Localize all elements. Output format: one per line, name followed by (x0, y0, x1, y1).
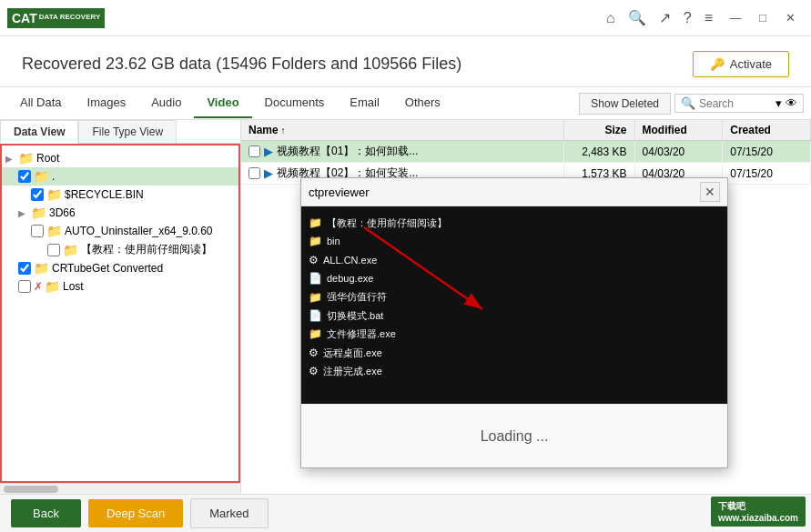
preview-file-row-7: ⚙ 远程桌面.exe (309, 344, 447, 362)
tab-images[interactable]: Images (75, 88, 139, 118)
window-controls: — □ ✕ (722, 5, 804, 32)
preview-filename-8: 注册完成.exe (323, 363, 382, 380)
search-area: 🔍 ▾ 👁 (674, 94, 804, 113)
folder-icon-dot: 📁 (34, 169, 49, 184)
tab-data-view[interactable]: Data View (0, 120, 78, 144)
tree-label-root: Root (36, 152, 59, 165)
modal-titlebar: ctpreviewer ✕ (301, 178, 727, 206)
tree-item-recycle[interactable]: 📁 $RECYCLE.BIN (2, 186, 238, 204)
key-icon: 🔑 (710, 57, 725, 71)
scrollbar-thumb (4, 486, 58, 493)
file-icon-2: ▶ (264, 166, 273, 180)
activate-button[interactable]: 🔑 Activate (693, 51, 789, 77)
arrow-up-right-icon[interactable]: ↗ (659, 9, 671, 26)
close-button[interactable]: ✕ (776, 5, 804, 32)
tree-item-auto-uninstaller[interactable]: 📁 AUTO_Uninstaller_x64_9.0.60 (2, 222, 238, 240)
table-row[interactable]: ▶ 视频教程【01】：如何卸载... 2,483 KB 04/03/20 07/… (241, 141, 811, 163)
tree-arrow-root: ▶ (5, 154, 18, 164)
checkbox-tutorial[interactable] (47, 244, 60, 256)
tree-label-auto: AUTO_Uninstaller_x64_9.0.60 (65, 225, 213, 237)
folder-icon-crtubeget: 📁 (34, 261, 49, 276)
preview-filename-6: 文件修理器.exe (327, 326, 396, 343)
tree-label-dot: . (52, 170, 55, 183)
preview-icon-3: 📄 (309, 269, 322, 287)
watermark: 下载吧 www.xiazaiba.com (711, 497, 806, 527)
bottom-bar: Back Deep Scan Marked (0, 494, 811, 532)
preview-icon-4: 📁 (309, 288, 322, 306)
tree-item-root[interactable]: ▶ 📁 Root (2, 149, 238, 167)
watermark-line1: 下载吧 (718, 500, 798, 513)
checkbox-dot[interactable] (18, 170, 31, 183)
checkbox-auto[interactable] (31, 225, 44, 237)
left-panel: Data View File Type View ▶ 📁 Root 📁 . 📁 … (0, 120, 241, 494)
preview-file-row-5: 📄 切换模式.bat (309, 306, 447, 325)
preview-file-row-3: 📄 debug.exe (309, 269, 447, 287)
tab-documents[interactable]: Documents (252, 88, 338, 118)
tab-audio[interactable]: Audio (138, 88, 194, 118)
checkbox-lost[interactable] (18, 280, 31, 293)
tab-file-type-view[interactable]: File Type View (78, 120, 177, 143)
preview-icon-8: ⚙ (309, 362, 319, 380)
preview-icon-6: 📁 (309, 325, 322, 343)
help-icon[interactable]: ? (684, 10, 692, 26)
preview-filename-1: bin (327, 233, 340, 250)
col-name[interactable]: Name (241, 120, 564, 141)
tab-email[interactable]: Email (337, 88, 392, 118)
file-checkbox-1[interactable] (248, 146, 260, 157)
title-bar-actions: ⌂ 🔍 ↗ ? ≡ (606, 9, 713, 26)
checkbox-recycle[interactable] (31, 188, 44, 201)
tree-item-dot[interactable]: 📁 . (2, 167, 238, 186)
back-button[interactable]: Back (11, 499, 81, 527)
title-bar: CAT DATA RECOVERY ⌂ 🔍 ↗ ? ≡ — □ ✕ (0, 0, 811, 36)
menu-icon[interactable]: ≡ (705, 10, 713, 26)
file-checkbox-2[interactable] (248, 167, 260, 179)
preview-icon-2: ⚙ (309, 251, 319, 269)
tree-item-tutorial[interactable]: 📁 【教程：使用前仔细阅读】 (2, 240, 238, 259)
deep-scan-button[interactable]: Deep Scan (88, 499, 183, 527)
app-header: Recovered 23.62 GB data (15496 Folders a… (0, 36, 811, 87)
home-icon[interactable]: ⌂ (606, 10, 615, 26)
tab-video[interactable]: Video (194, 88, 251, 118)
preview-file-row-6: 📁 文件修理器.exe (309, 325, 447, 343)
tree-item-3d66[interactable]: ▶ 📁 3D66 (2, 204, 238, 222)
folder-icon-3d66: 📁 (31, 206, 46, 220)
search-icon-tab: 🔍 (681, 96, 695, 110)
search-dropdown-icon[interactable]: ▾ (776, 96, 782, 110)
show-deleted-button[interactable]: Show Deleted (579, 93, 671, 115)
minimize-button[interactable]: — (722, 5, 749, 32)
tree-area: ▶ 📁 Root 📁 . 📁 $RECYCLE.BIN ▶ 📁 3D66 (0, 144, 240, 483)
modal-loading: Loading ... (301, 404, 727, 467)
checkbox-crtubeget[interactable] (18, 262, 31, 275)
search-eye-icon[interactable]: 👁 (786, 96, 797, 110)
search-input[interactable] (699, 97, 772, 110)
horizontal-scrollbar[interactable] (0, 483, 240, 494)
tab-others[interactable]: Others (392, 88, 453, 118)
folder-icon-recycle: 📁 (46, 187, 62, 202)
logo-cat-text: CAT (12, 11, 37, 25)
watermark-line2: www.xiazaiba.com (718, 513, 798, 523)
tree-item-crtubeget[interactable]: 📁 CRTubeGet Converted (2, 259, 238, 277)
folder-icon-auto: 📁 (46, 224, 62, 238)
marked-button[interactable]: Marked (190, 498, 268, 528)
file-modified-1: 04/03/20 (634, 141, 723, 163)
modal-close-button[interactable]: ✕ (700, 182, 720, 202)
preview-icon-1: 📁 (309, 232, 322, 250)
tabs-row: All Data Images Audio Video Documents Em… (0, 87, 811, 120)
col-created[interactable]: Created (723, 120, 811, 141)
maximize-button[interactable]: □ (749, 5, 776, 32)
col-modified[interactable]: Modified (634, 120, 723, 141)
tree-label-lost: Lost (63, 280, 84, 293)
tab-all-data[interactable]: All Data (7, 88, 75, 118)
preview-modal: ctpreviewer ✕ 📁 【教程：使用前仔细阅读】 📁 bin ⚙ AL (300, 177, 728, 468)
preview-filename-3: debug.exe (327, 270, 373, 287)
tree-item-lost[interactable]: ✗ 📁 Lost (2, 277, 238, 296)
tree-label-crtubeget: CRTubeGet Converted (52, 262, 163, 275)
search-icon[interactable]: 🔍 (628, 9, 646, 26)
loading-text: Loading ... (481, 428, 549, 445)
preview-icon-5: 📄 (309, 306, 322, 325)
preview-icon-7: ⚙ (309, 344, 319, 362)
tree-label-tutorial: 【教程：使用前仔细阅读】 (81, 242, 212, 257)
col-size[interactable]: Size (564, 120, 634, 141)
preview-file-row-1: 📁 bin (309, 232, 447, 250)
tree-label-3d66: 3D66 (49, 206, 76, 219)
